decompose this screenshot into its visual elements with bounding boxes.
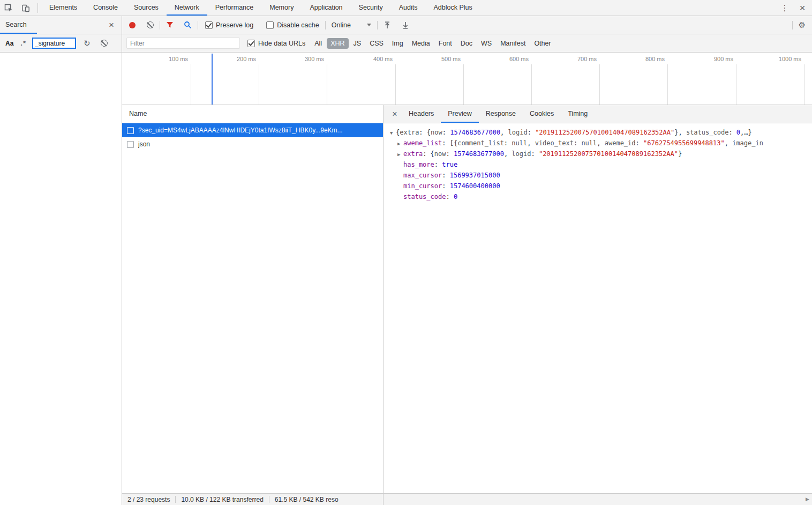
divider <box>377 21 378 29</box>
tab-adblock-plus[interactable]: Adblock Plus <box>425 0 480 16</box>
tab-search[interactable]: Search <box>0 16 37 34</box>
gear-icon[interactable]: ⚙ <box>799 20 806 30</box>
tab-headers[interactable]: Headers <box>402 105 441 123</box>
filter-type-js[interactable]: JS <box>350 38 365 49</box>
tab-preview[interactable]: Preview <box>441 105 478 123</box>
disable-cache-checkbox[interactable] <box>266 21 274 29</box>
inspect-icon[interactable] <box>0 1 17 15</box>
divider <box>792 21 793 29</box>
file-icon <box>127 141 134 148</box>
tab-network[interactable]: Network <box>167 0 207 16</box>
more-options-icon[interactable]: ⋮ <box>777 3 793 13</box>
json-key: extra <box>403 150 423 158</box>
record-icon[interactable] <box>129 22 136 28</box>
json-subkey: logid <box>512 150 531 158</box>
regex-toggle[interactable]: .* <box>20 39 26 47</box>
request-name: json <box>138 140 150 148</box>
json-key: min_cursor <box>403 182 442 190</box>
request-list: ?sec_uid=MS4wLjABAAAAz4lNwHIDEjY0ta1IWsz… <box>122 123 383 151</box>
clear-search-icon[interactable] <box>101 40 108 47</box>
export-har-icon[interactable] <box>402 21 409 29</box>
hide-data-urls-label: Hide data URLs <box>258 40 305 47</box>
json-subkey: aweme_id <box>605 139 636 147</box>
throttling-value: Online <box>332 21 351 29</box>
throttling-select[interactable]: Online <box>332 21 371 29</box>
filter-type-ws[interactable]: WS <box>477 38 495 49</box>
close-search-icon[interactable]: × <box>109 16 114 34</box>
preserve-log-checkbox[interactable] <box>205 21 213 29</box>
filter-type-media[interactable]: Media <box>408 38 434 49</box>
tab-response[interactable]: Response <box>479 105 523 123</box>
json-punctuation: , <box>500 129 508 136</box>
collapsed-icon[interactable]: ▶ <box>397 149 403 159</box>
json-subkey: image_in <box>732 139 763 147</box>
hide-data-urls-checkbox[interactable] <box>247 40 255 47</box>
devtools-tab-bar: ElementsConsoleSourcesNetworkPerformance… <box>0 0 812 16</box>
json-punctuation: : <box>446 193 453 200</box>
preserve-log-label: Preserve log <box>216 21 253 29</box>
timeline-gridline <box>736 64 736 105</box>
preview-line[interactable]: ▶extra: {now: 1574683677000, logid: "201… <box>384 148 812 159</box>
timeline-label: 100 ms <box>155 56 188 62</box>
tab-application[interactable]: Application <box>302 0 350 16</box>
clear-requests-icon[interactable] <box>147 21 154 28</box>
filter-type-css[interactable]: CSS <box>366 38 387 49</box>
match-case-toggle[interactable]: Aa <box>5 40 13 47</box>
request-row[interactable]: json <box>122 137 383 151</box>
status-item: 2 / 23 requests <box>122 496 175 503</box>
tab-timing[interactable]: Timing <box>561 105 595 123</box>
timeline-label: 600 ms <box>495 56 529 62</box>
topbar-right: ⋮ × <box>777 2 812 14</box>
search-icon[interactable] <box>184 21 192 29</box>
name-column-header[interactable]: Name <box>122 105 383 123</box>
request-row[interactable]: ?sec_uid=MS4wLjABAAAAz4lNwHIDEjY0ta1IWsz… <box>122 123 383 137</box>
device-toolbar-icon[interactable] <box>17 1 34 15</box>
filter-icon[interactable] <box>166 21 174 28</box>
search-drawer-header: Search × <box>0 16 122 34</box>
preview-line[interactable]: has_more: true <box>384 159 812 170</box>
request-type-filters: AllXHRJSCSSImgMediaFontDocWSManifestOthe… <box>311 38 555 49</box>
json-key: max_cursor <box>403 172 442 179</box>
overview-timeline[interactable]: 100 ms200 ms300 ms400 ms500 ms600 ms700 … <box>122 53 812 105</box>
preview-line[interactable]: ▼{extra: {now: 1574683677000, logid: "20… <box>384 127 812 138</box>
details-tabs: HeadersPreviewResponseCookiesTiming <box>402 105 595 123</box>
timeline-label: 800 ms <box>631 56 665 62</box>
timeline-label: 200 ms <box>223 56 256 62</box>
filter-type-img[interactable]: Img <box>388 38 407 49</box>
filter-input[interactable] <box>126 38 240 49</box>
tab-cookies[interactable]: Cookies <box>523 105 561 123</box>
expanded-icon[interactable]: ▼ <box>390 128 396 138</box>
filter-type-xhr[interactable]: XHR <box>327 38 348 49</box>
preview-line[interactable]: ▶aweme_list: [{comment_list: null, video… <box>384 138 812 148</box>
filter-type-manifest[interactable]: Manifest <box>497 38 529 49</box>
tab-audits[interactable]: Audits <box>391 0 426 16</box>
tab-sources[interactable]: Sources <box>126 0 167 16</box>
preview-line[interactable]: max_cursor: 1569937015000 <box>384 170 812 181</box>
timeline-label: 900 ms <box>700 56 733 62</box>
scroll-right-icon[interactable]: ▶ <box>806 496 809 502</box>
filter-type-all[interactable]: All <box>311 38 326 49</box>
refresh-search-icon[interactable]: ↻ <box>84 39 91 47</box>
json-punctuation: } <box>678 150 682 158</box>
collapsed-icon[interactable]: ▶ <box>397 138 403 148</box>
tab-performance[interactable]: Performance <box>207 0 262 16</box>
close-details-icon[interactable]: × <box>388 109 402 119</box>
timeline-gridline <box>804 64 805 105</box>
filter-type-other[interactable]: Other <box>530 38 554 49</box>
tab-elements[interactable]: Elements <box>41 0 85 16</box>
search-input[interactable] <box>32 38 76 49</box>
json-subkey: comment_list <box>457 139 504 147</box>
close-devtools-icon[interactable]: × <box>793 2 812 14</box>
timeline-gridline <box>531 64 532 105</box>
json-string: "6762754955699948813" <box>643 139 725 147</box>
tab-console[interactable]: Console <box>85 0 126 16</box>
tab-memory[interactable]: Memory <box>261 0 302 16</box>
json-punctuation: : <box>442 172 449 179</box>
preview-line[interactable]: status_code: 0 <box>384 191 812 202</box>
tab-security[interactable]: Security <box>351 0 391 16</box>
import-har-icon[interactable] <box>384 21 391 29</box>
preview-line[interactable]: min_cursor: 1574600400000 <box>384 181 812 191</box>
filter-type-font[interactable]: Font <box>435 38 456 49</box>
filter-type-doc[interactable]: Doc <box>457 38 476 49</box>
status-bar: 2 / 23 requests10.0 KB / 122 KB transfer… <box>122 493 812 505</box>
